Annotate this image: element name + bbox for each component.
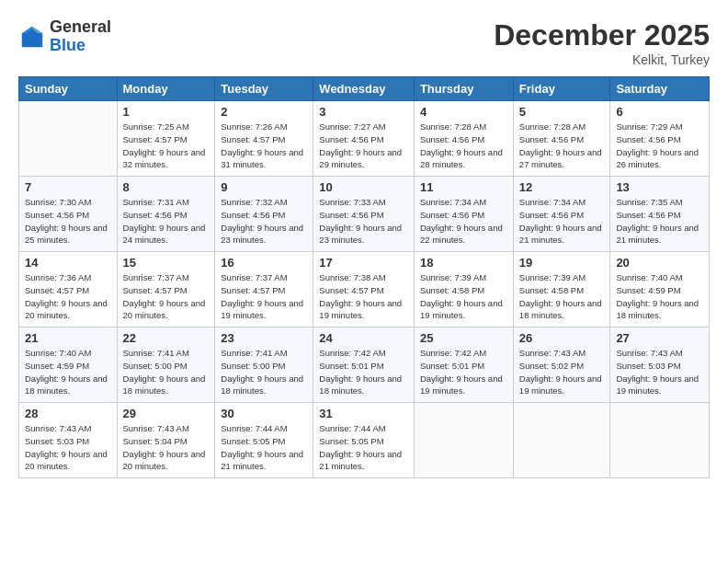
day-number: 13 <box>616 180 703 194</box>
day-info: Sunrise: 7:30 AMSunset: 4:56 PMDaylight:… <box>25 196 111 247</box>
day-number: 24 <box>319 331 408 345</box>
logo-icon <box>18 23 46 51</box>
day-info: Sunrise: 7:29 AMSunset: 4:56 PMDaylight:… <box>616 121 703 171</box>
day-number: 18 <box>420 256 507 270</box>
day-header-sunday: Sunday <box>19 77 118 101</box>
calendar-cell: 7Sunrise: 7:30 AMSunset: 4:56 PMDaylight… <box>19 177 118 252</box>
day-number: 28 <box>25 407 111 420</box>
day-number: 15 <box>123 256 210 270</box>
day-header-monday: Monday <box>117 77 215 101</box>
day-info: Sunrise: 7:33 AMSunset: 4:56 PMDaylight:… <box>319 196 408 247</box>
calendar-cell: 26Sunrise: 7:43 AMSunset: 5:02 PMDayligh… <box>513 327 610 403</box>
day-info: Sunrise: 7:44 AMSunset: 5:05 PMDaylight:… <box>319 422 408 473</box>
calendar-cell: 27Sunrise: 7:43 AMSunset: 5:03 PMDayligh… <box>610 327 710 403</box>
week-row-0: 1Sunrise: 7:25 AMSunset: 4:57 PMDaylight… <box>19 101 710 177</box>
calendar-cell: 1Sunrise: 7:25 AMSunset: 4:57 PMDaylight… <box>117 101 215 177</box>
day-number: 30 <box>221 407 307 420</box>
day-info: Sunrise: 7:40 AMSunset: 4:59 PMDaylight:… <box>616 271 703 322</box>
calendar-cell: 9Sunrise: 7:32 AMSunset: 4:56 PMDaylight… <box>215 177 313 252</box>
day-info: Sunrise: 7:31 AMSunset: 4:56 PMDaylight:… <box>123 196 210 247</box>
day-header-wednesday: Wednesday <box>313 77 415 101</box>
day-number: 9 <box>221 180 307 194</box>
calendar-cell <box>19 101 118 177</box>
svg-marker-0 <box>22 27 43 48</box>
calendar-cell: 31Sunrise: 7:44 AMSunset: 5:05 PMDayligh… <box>313 403 415 478</box>
day-header-thursday: Thursday <box>414 77 513 101</box>
week-row-2: 14Sunrise: 7:36 AMSunset: 4:57 PMDayligh… <box>19 252 710 327</box>
day-info: Sunrise: 7:40 AMSunset: 4:59 PMDaylight:… <box>25 347 111 397</box>
calendar-cell: 5Sunrise: 7:28 AMSunset: 4:56 PMDaylight… <box>513 101 610 177</box>
day-info: Sunrise: 7:25 AMSunset: 4:57 PMDaylight:… <box>123 121 210 171</box>
title-section: December 2025 Kelkit, Turkey <box>494 18 710 67</box>
calendar-cell: 30Sunrise: 7:44 AMSunset: 5:05 PMDayligh… <box>215 403 313 478</box>
day-info: Sunrise: 7:41 AMSunset: 5:00 PMDaylight:… <box>123 347 210 397</box>
day-number: 29 <box>123 407 210 420</box>
month-year: December 2025 <box>494 18 710 52</box>
day-info: Sunrise: 7:43 AMSunset: 5:02 PMDaylight:… <box>519 347 605 397</box>
calendar-cell: 16Sunrise: 7:37 AMSunset: 4:57 PMDayligh… <box>215 252 313 327</box>
calendar-cell: 21Sunrise: 7:40 AMSunset: 4:59 PMDayligh… <box>19 327 118 403</box>
calendar-cell: 28Sunrise: 7:43 AMSunset: 5:03 PMDayligh… <box>19 403 118 478</box>
day-info: Sunrise: 7:43 AMSunset: 5:03 PMDaylight:… <box>616 347 703 397</box>
day-info: Sunrise: 7:34 AMSunset: 4:56 PMDaylight:… <box>420 196 507 247</box>
calendar-cell: 20Sunrise: 7:40 AMSunset: 4:59 PMDayligh… <box>610 252 710 327</box>
day-number: 7 <box>25 180 111 194</box>
day-info: Sunrise: 7:42 AMSunset: 5:01 PMDaylight:… <box>319 347 408 397</box>
day-info: Sunrise: 7:39 AMSunset: 4:58 PMDaylight:… <box>519 271 605 322</box>
day-number: 4 <box>420 105 507 119</box>
calendar-cell: 25Sunrise: 7:42 AMSunset: 5:01 PMDayligh… <box>414 327 513 403</box>
day-info: Sunrise: 7:27 AMSunset: 4:56 PMDaylight:… <box>319 121 408 171</box>
header: General Blue December 2025 Kelkit, Turke… <box>18 18 710 67</box>
day-number: 19 <box>519 256 605 270</box>
day-number: 21 <box>25 331 111 345</box>
calendar-cell: 12Sunrise: 7:34 AMSunset: 4:56 PMDayligh… <box>513 177 610 252</box>
calendar-cell: 3Sunrise: 7:27 AMSunset: 4:56 PMDaylight… <box>313 101 415 177</box>
day-number: 12 <box>519 180 605 194</box>
page: General Blue December 2025 Kelkit, Turke… <box>0 0 728 563</box>
calendar-cell: 18Sunrise: 7:39 AMSunset: 4:58 PMDayligh… <box>414 252 513 327</box>
day-number: 5 <box>519 105 605 119</box>
calendar-cell: 17Sunrise: 7:38 AMSunset: 4:57 PMDayligh… <box>313 252 415 327</box>
week-row-4: 28Sunrise: 7:43 AMSunset: 5:03 PMDayligh… <box>19 403 710 478</box>
day-header-tuesday: Tuesday <box>215 77 313 101</box>
calendar-cell <box>513 403 610 478</box>
day-number: 6 <box>616 105 703 119</box>
calendar-cell: 8Sunrise: 7:31 AMSunset: 4:56 PMDaylight… <box>117 177 215 252</box>
calendar-cell: 6Sunrise: 7:29 AMSunset: 4:56 PMDaylight… <box>610 101 710 177</box>
calendar-cell: 23Sunrise: 7:41 AMSunset: 5:00 PMDayligh… <box>215 327 313 403</box>
calendar-cell: 10Sunrise: 7:33 AMSunset: 4:56 PMDayligh… <box>313 177 415 252</box>
day-info: Sunrise: 7:44 AMSunset: 5:05 PMDaylight:… <box>221 422 307 473</box>
day-number: 10 <box>319 180 408 194</box>
day-info: Sunrise: 7:37 AMSunset: 4:57 PMDaylight:… <box>221 271 307 322</box>
day-info: Sunrise: 7:36 AMSunset: 4:57 PMDaylight:… <box>25 271 111 322</box>
day-number: 27 <box>616 331 703 345</box>
day-number: 22 <box>123 331 210 345</box>
day-number: 23 <box>221 331 307 345</box>
calendar-cell: 15Sunrise: 7:37 AMSunset: 4:57 PMDayligh… <box>117 252 215 327</box>
day-info: Sunrise: 7:38 AMSunset: 4:57 PMDaylight:… <box>319 271 408 322</box>
day-number: 2 <box>221 105 307 119</box>
logo-general-text: General <box>50 18 111 37</box>
day-header-friday: Friday <box>513 77 610 101</box>
logo-text: General Blue <box>50 18 111 55</box>
calendar-header-row: SundayMondayTuesdayWednesdayThursdayFrid… <box>19 77 710 101</box>
day-number: 31 <box>319 407 408 420</box>
day-info: Sunrise: 7:39 AMSunset: 4:58 PMDaylight:… <box>420 271 507 322</box>
day-number: 16 <box>221 256 307 270</box>
calendar-cell: 4Sunrise: 7:28 AMSunset: 4:56 PMDaylight… <box>414 101 513 177</box>
day-info: Sunrise: 7:37 AMSunset: 4:57 PMDaylight:… <box>123 271 210 322</box>
logo: General Blue <box>18 18 111 55</box>
day-info: Sunrise: 7:28 AMSunset: 4:56 PMDaylight:… <box>420 121 507 171</box>
day-info: Sunrise: 7:42 AMSunset: 5:01 PMDaylight:… <box>420 347 507 397</box>
calendar-cell: 14Sunrise: 7:36 AMSunset: 4:57 PMDayligh… <box>19 252 118 327</box>
day-number: 26 <box>519 331 605 345</box>
logo-blue-text: Blue <box>50 37 111 55</box>
day-number: 14 <box>25 256 111 270</box>
location: Kelkit, Turkey <box>494 52 710 67</box>
day-number: 8 <box>123 180 210 194</box>
calendar-cell: 11Sunrise: 7:34 AMSunset: 4:56 PMDayligh… <box>414 177 513 252</box>
day-info: Sunrise: 7:43 AMSunset: 5:04 PMDaylight:… <box>123 422 210 473</box>
calendar-cell <box>610 403 710 478</box>
day-number: 20 <box>616 256 703 270</box>
day-number: 3 <box>319 105 408 119</box>
